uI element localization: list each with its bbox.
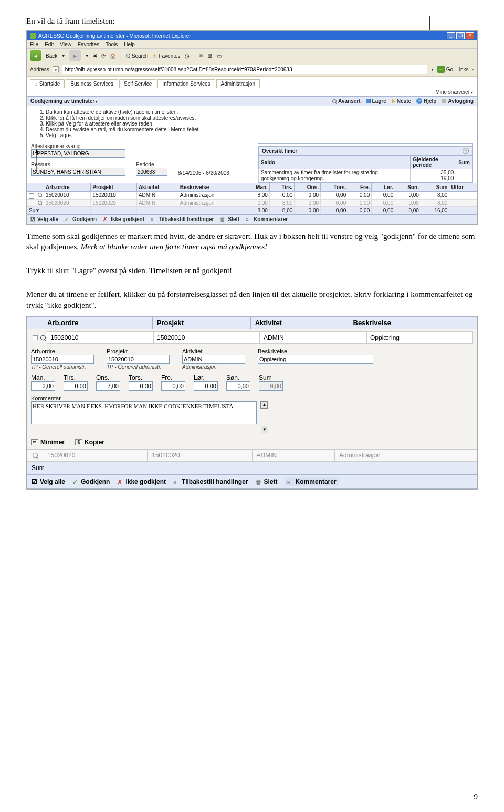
forward-button[interactable]: ►	[69, 50, 81, 61]
tilbakestill-button[interactable]: »Tilbakestill handlinger	[173, 477, 248, 486]
menu-favorites[interactable]: Favorites	[78, 41, 99, 47]
menu-tools[interactable]: Tools	[106, 41, 118, 47]
app-icon	[30, 33, 36, 39]
star-icon: ★	[152, 53, 157, 59]
menu-edit[interactable]: Edit	[45, 41, 54, 47]
pros-input[interactable]	[107, 355, 170, 364]
scroll-down-icon[interactable]: ▼	[261, 426, 268, 433]
besk-input[interactable]	[258, 355, 373, 364]
minimize-button[interactable]: _	[447, 32, 455, 39]
hjelp-button[interactable]: ?Hjelp	[416, 98, 436, 104]
son-input[interactable]	[226, 381, 250, 391]
slett-button[interactable]: 🗑Slett	[220, 216, 239, 222]
tab-startside[interactable]: ⌂ Startside	[30, 79, 65, 88]
close-button[interactable]: ✕	[466, 32, 474, 39]
godkjenn-button[interactable]: ✓Godkjenn	[72, 477, 110, 486]
screenshot1: AGRESSO Godkjenning av timelister - Micr…	[26, 30, 478, 224]
minimize-pane-icon: ▭	[31, 439, 38, 445]
arrow-right-icon	[392, 99, 395, 104]
kopier-button[interactable]: ⎘Kopier	[75, 439, 104, 446]
table-row: 1502001015020010ADMINAdministrasjon 8,00…	[27, 192, 477, 199]
menu-view[interactable]: View	[60, 41, 71, 47]
sum-row: Sum 8,008,000,000,000,000,000,0016,00	[27, 206, 477, 214]
tirs-input[interactable]	[64, 381, 88, 391]
akt-input[interactable]	[182, 355, 245, 364]
arb-input[interactable]	[31, 355, 94, 364]
check-icon: ✓	[72, 478, 78, 484]
lor-input[interactable]	[194, 381, 218, 391]
x-icon: ✗	[103, 216, 109, 222]
man-input[interactable]	[31, 381, 55, 391]
tab-info[interactable]: Information Services	[158, 79, 215, 88]
history-icon[interactable]: ◷	[185, 53, 190, 59]
tors-input[interactable]	[129, 381, 153, 391]
magnifier-icon[interactable]	[32, 453, 37, 458]
avlogging-button[interactable]: Avlogging	[442, 98, 474, 104]
magnifier-icon[interactable]	[40, 335, 46, 340]
favorites-button[interactable]: ★Favorites	[152, 53, 180, 59]
menu-help[interactable]: Help	[124, 41, 135, 47]
stop-icon[interactable]: ✖	[93, 53, 97, 59]
x-icon: ✗	[117, 478, 123, 484]
fre-input[interactable]	[161, 381, 185, 391]
kommentarer-button[interactable]: »Kommentarer	[246, 216, 288, 222]
velg-alle-button[interactable]: ☑Velg alle	[32, 477, 65, 486]
ressurs-field	[31, 168, 125, 176]
home-icon[interactable]: 🏠	[110, 53, 116, 59]
magnifier-icon[interactable]	[38, 193, 42, 197]
akt-cell: ADMIN	[260, 331, 366, 344]
search-button[interactable]: Search	[126, 53, 149, 59]
disk-icon	[366, 99, 371, 103]
reset-icon: »	[173, 478, 179, 484]
paragraph-1: Timene som skal godkjennes er markert me…	[26, 231, 478, 253]
menu-file[interactable]: File	[30, 41, 38, 47]
mail-icon[interactable]: ✉	[199, 53, 203, 59]
magnifier-icon[interactable]	[38, 201, 42, 205]
neste-button[interactable]: Neste	[392, 98, 411, 104]
row-checkbox[interactable]	[33, 335, 38, 340]
comment-icon: »	[287, 478, 293, 484]
hdr-pros: Prosjekt	[152, 316, 250, 329]
tilbakestill-button[interactable]: »Tilbakestill handlinger	[151, 216, 214, 222]
velg-alle-button[interactable]: ☑Velg alle	[30, 216, 58, 222]
top-tabs: ⌂ Startside Business Services Self Servi…	[27, 77, 477, 88]
magnifier-icon	[332, 99, 337, 103]
go-button[interactable]: →Go	[437, 66, 453, 73]
links-label[interactable]: Links	[456, 67, 468, 72]
back-label[interactable]: Back	[46, 53, 57, 59]
key-icon	[442, 99, 446, 103]
lagre-button[interactable]: Lagre	[366, 98, 386, 104]
maximize-button[interactable]: ❐	[456, 32, 465, 39]
ikke-godkjent-button[interactable]: ✗Ikke godkjent	[103, 216, 144, 222]
godkjenn-button[interactable]: ✓Godkjenn	[65, 216, 97, 222]
oversikt-bar: Oversikt timer ^	[258, 146, 472, 155]
window-title: AGRESSO Godkjenning av timelister - Micr…	[38, 33, 191, 39]
gjeld-header: Gjeldende periode	[411, 156, 456, 169]
tab-admin[interactable]: Administrasjon	[216, 79, 260, 88]
menubar: File Edit View Favorites Tools Help	[27, 40, 477, 48]
refresh-icon[interactable]: ⟳	[101, 53, 106, 59]
shortcuts-dropdown[interactable]: Mine snarveier	[435, 89, 473, 95]
print-icon[interactable]: 🖶	[207, 53, 213, 59]
edit-icon[interactable]: ▭	[217, 53, 222, 59]
tab-selfservice[interactable]: Self Service	[119, 79, 156, 88]
trash-icon: 🗑	[220, 216, 226, 222]
paragraph-3: Mener du at timene er feilført, klikker …	[26, 289, 478, 310]
minimer-button[interactable]: ▭Minimer	[31, 439, 65, 446]
att-label: Attestasjonsansvarlig	[31, 143, 125, 149]
ons-input[interactable]	[96, 381, 120, 391]
collapse-icon[interactable]: ^	[463, 148, 469, 154]
back-button[interactable]: ◄	[30, 50, 41, 61]
intro-title: En vil da få fram timelisten:	[26, 16, 478, 26]
tab-business[interactable]: Business Services	[66, 79, 118, 88]
ikke-godkjent-button[interactable]: ✗Ikke godkjent	[117, 477, 166, 486]
row-checkbox[interactable]	[29, 193, 34, 199]
slett-button[interactable]: 🗑Slett	[256, 477, 278, 486]
scroll-up-icon[interactable]: ▲	[260, 401, 268, 409]
avansert-button[interactable]: Avansert	[332, 98, 360, 104]
address-input[interactable]	[62, 65, 427, 74]
hdr-arb: Arb.ordre	[43, 316, 153, 329]
ressurs-label: Ressurs	[31, 162, 125, 168]
kommentarer-button[interactable]: »Kommentarer	[285, 477, 339, 486]
komm-textarea[interactable]: HER SKRIVER MAN F.EKS. HVORFOR MAN IKKE …	[31, 401, 257, 424]
